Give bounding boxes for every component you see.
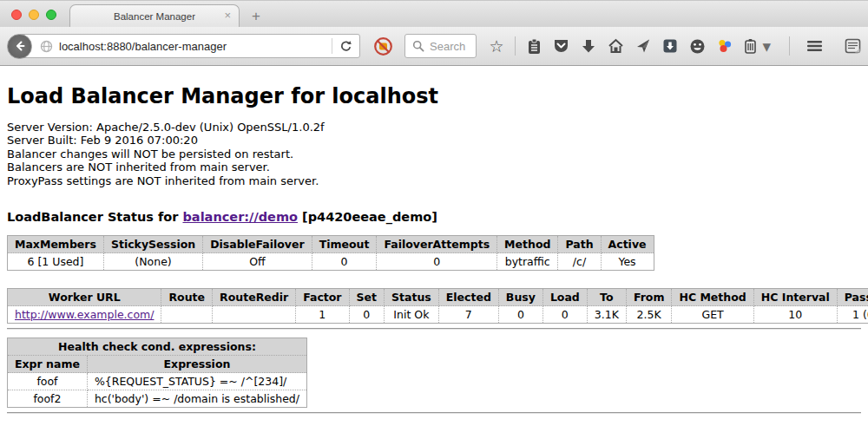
cell-method: bytraffic	[497, 253, 558, 271]
cell-from: 2.5K	[626, 306, 672, 324]
worker-table: Worker URL Route RouteRedir Factor Set S…	[7, 288, 868, 324]
col-maxmembers: MaxMembers	[8, 236, 104, 253]
send-plane-icon[interactable]	[635, 38, 651, 54]
tab-title: Balancer Manager	[114, 11, 195, 22]
cell-failoverattempts: 0	[377, 253, 497, 271]
col-load: Load	[542, 289, 587, 306]
toolbar-separator	[789, 36, 790, 56]
col-expression: Expression	[87, 356, 306, 373]
table-row: foof2 hc('body') =~ /domain is establish…	[8, 390, 307, 408]
container-icon[interactable]	[744, 38, 757, 55]
cell-busy: 0	[498, 306, 542, 324]
hamburger-menu-button[interactable]	[806, 39, 823, 53]
col-busy: Busy	[498, 289, 542, 306]
col-routeredir: RouteRedir	[213, 289, 296, 306]
page-title: Load Balancer Manager for localhost	[7, 84, 861, 108]
cell-set: 0	[349, 306, 384, 324]
url-bar[interactable]: localhost:8880/balancer-manager	[20, 34, 360, 58]
col-passes: Passes	[837, 289, 868, 306]
table-row: http://www.example.com/ 1 0 Init Ok 7 0 …	[8, 306, 868, 324]
cell-factor: 1	[296, 306, 349, 324]
balancer-demo-link[interactable]: balancer://demo	[182, 210, 298, 224]
zoom-window-button[interactable]	[46, 10, 56, 20]
urlbar-divider	[332, 38, 332, 54]
url-text[interactable]: localhost:8880/balancer-manager	[59, 40, 325, 53]
new-tab-button[interactable]: +	[252, 9, 260, 23]
server-version-line: Server Version: Apache/2.5.0-dev (Unix) …	[7, 121, 861, 134]
cell-elected: 7	[438, 306, 498, 324]
cell-maxmembers: 6 [1 Used]	[8, 253, 104, 271]
table-title-row: Health check cond. expressions:	[8, 338, 307, 356]
downloads-icon[interactable]	[581, 38, 596, 54]
cell-status: Init Ok	[385, 306, 439, 324]
col-hc-method: HC Method	[672, 289, 753, 306]
cell-expression: hc('body') =~ /domain is established/	[87, 390, 306, 408]
server-built-line: Server Built: Feb 9 2016 07:00:20	[7, 134, 861, 147]
cell-path: /c/	[558, 253, 601, 271]
cell-timeout: 0	[312, 253, 377, 271]
col-elected: Elected	[438, 289, 498, 306]
site-globe-icon	[40, 40, 53, 53]
colored-dots-icon[interactable]	[717, 38, 733, 54]
cell-disablefailover: Off	[203, 253, 312, 271]
tab-close-icon[interactable]: ×	[224, 10, 231, 21]
col-disablefailover: DisableFailover	[203, 236, 312, 253]
divider	[7, 328, 861, 330]
square-download-icon[interactable]	[662, 38, 678, 54]
search-placeholder: Search	[430, 40, 465, 53]
status-suffix: [p4420eeae_demo]	[298, 210, 437, 224]
col-from: From	[626, 289, 672, 306]
toolbar-buttons: ☆	[489, 36, 861, 56]
col-hc-interval: HC Interval	[753, 289, 837, 306]
bookmark-star-icon[interactable]: ☆	[489, 38, 503, 55]
table-header-row: MaxMembers StickySession DisableFailover…	[8, 236, 654, 253]
col-worker-url: Worker URL	[8, 289, 161, 306]
hamburger-menu-icon	[806, 39, 823, 53]
tab-balancer-manager[interactable]: Balancer Manager ×	[69, 4, 240, 27]
cell-stickysession: (None)	[103, 253, 202, 271]
search-input[interactable]: Search	[404, 34, 477, 58]
table-row: 6 [1 Used] (None) Off 0 0 bytraffic /c/ …	[8, 253, 654, 271]
worker-url-link[interactable]: http://www.example.com/	[15, 308, 154, 321]
browser-window: Balancer Manager × + l	[0, 0, 868, 426]
window-controls	[11, 10, 56, 20]
health-check-table: Health check cond. expressions: Expr nam…	[7, 338, 307, 408]
pocket-icon[interactable]	[553, 38, 569, 54]
col-set: Set	[349, 289, 384, 306]
table-header-row: Expr name Expression	[8, 356, 307, 373]
status-prefix: LoadBalancer Status for	[7, 210, 182, 224]
cell-expression: %{REQUEST_STATUS} =~ /^[234]/	[87, 373, 306, 390]
cell-hc-interval: 10	[753, 306, 837, 324]
table-row: foof %{REQUEST_STATUS} =~ /^[234]/	[8, 373, 307, 390]
smiley-icon[interactable]	[689, 38, 706, 55]
col-route: Route	[161, 289, 213, 306]
health-table-title: Health check cond. expressions:	[8, 338, 307, 356]
grid-panel-icon[interactable]	[845, 38, 861, 54]
persist-notice-line: Balancer changes will NOT be persisted o…	[7, 147, 861, 161]
cell-passes: 1 (0)	[837, 306, 868, 324]
table-header-row: Worker URL Route RouteRedir Factor Set S…	[8, 289, 868, 306]
col-factor: Factor	[296, 289, 349, 306]
balancers-notice-line: Balancers are NOT inherited from main se…	[7, 161, 861, 174]
col-method: Method	[497, 236, 558, 253]
home-icon[interactable]	[608, 38, 624, 54]
clipboard-icon[interactable]	[527, 38, 542, 55]
col-path: Path	[558, 236, 601, 253]
col-to: To	[587, 289, 626, 306]
close-window-button[interactable]	[11, 10, 22, 20]
col-active: Active	[601, 236, 654, 253]
navigation-toolbar: localhost:8880/balancer-manager	[0, 27, 868, 66]
search-icon	[412, 40, 424, 52]
cell-expr-name: foof2	[8, 390, 88, 408]
back-button[interactable]	[7, 34, 32, 59]
cell-routeredir	[213, 306, 296, 324]
balancer-settings-table: MaxMembers StickySession DisableFailover…	[7, 235, 654, 271]
dropdown-caret-icon[interactable]: ▾	[762, 38, 771, 55]
cell-to: 3.1K	[587, 306, 626, 324]
proxypass-notice-line: ProxyPass settings are NOT inherited fro…	[7, 174, 861, 187]
adblock-button[interactable]	[373, 36, 393, 56]
col-status: Status	[385, 289, 439, 306]
loadbalancer-status-heading: LoadBalancer Status for balancer://demo …	[7, 210, 861, 224]
reload-button[interactable]	[339, 40, 352, 53]
minimize-window-button[interactable]	[29, 10, 39, 20]
